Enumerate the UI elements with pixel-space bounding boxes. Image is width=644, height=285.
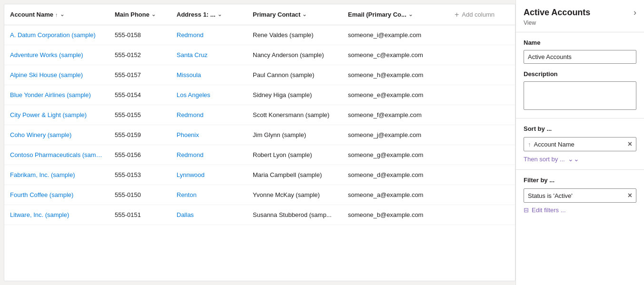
then-sort-label: Then sort by ... xyxy=(524,156,565,163)
cell-account-9[interactable]: Litware, Inc. (sample) xyxy=(4,206,109,223)
cell-phone-7: 555-0153 xyxy=(109,167,171,183)
cell-contact-6: Robert Lyon (sample) xyxy=(247,147,342,163)
table-row[interactable]: Fabrikam, Inc. (sample) 555-0153 Lynnwoo… xyxy=(4,165,515,185)
add-column-button[interactable]: Add column xyxy=(447,6,502,24)
phone-col-chevron-icon xyxy=(151,11,156,18)
sort-remove-button[interactable] xyxy=(628,140,632,148)
filter-funnel-icon: ⊟ xyxy=(524,206,529,214)
column-header-account[interactable]: Account Name xyxy=(4,6,109,23)
sort-field-text: Account Name xyxy=(534,141,625,148)
cell-email-9: someone_b@example.com xyxy=(342,206,447,223)
cell-address-0[interactable]: Redmond xyxy=(171,27,247,43)
cell-phone-9: 555-0151 xyxy=(109,206,171,223)
address-col-chevron-icon xyxy=(218,11,222,18)
cell-email-0: someone_i@example.com xyxy=(342,27,447,43)
table-row[interactable]: Coho Winery (sample) 555-0159 Phoenix Ji… xyxy=(4,125,515,145)
phone-col-label: Main Phone xyxy=(115,11,149,18)
column-header-contact[interactable]: Primary Contact xyxy=(247,6,342,23)
contact-col-label: Primary Contact xyxy=(253,11,300,18)
cell-phone-5: 555-0159 xyxy=(109,127,171,143)
cell-email-8: someone_a@example.com xyxy=(342,187,447,203)
account-name-col-label: Account Name xyxy=(10,11,53,18)
cell-account-3[interactable]: Blue Yonder Airlines (sample) xyxy=(4,87,109,103)
table-row[interactable]: Adventure Works (sample) 555-0152 Santa … xyxy=(4,45,515,65)
cell-address-9[interactable]: Dallas xyxy=(171,206,247,223)
table-row[interactable]: Litware, Inc. (sample) 555-0151 Dallas S… xyxy=(4,205,515,225)
name-input[interactable] xyxy=(524,50,636,64)
description-section: Description xyxy=(516,70,644,118)
cell-account-1[interactable]: Adventure Works (sample) xyxy=(4,47,109,63)
sort-ascending-icon xyxy=(55,12,58,18)
filter-pill: Status is 'Active' xyxy=(524,188,636,203)
cell-contact-4: Scott Konersmann (sample) xyxy=(247,107,342,123)
cell-email-3: someone_e@example.com xyxy=(342,87,447,103)
cell-phone-6: 555-0156 xyxy=(109,147,171,163)
then-sort-button[interactable]: Then sort by ... ⌄ xyxy=(524,155,579,163)
table-row[interactable]: Blue Yonder Airlines (sample) 555-0154 L… xyxy=(4,85,515,105)
cell-account-2[interactable]: Alpine Ski House (sample) xyxy=(4,67,109,83)
contact-col-chevron-icon xyxy=(302,11,307,18)
cell-address-8[interactable]: Renton xyxy=(171,187,247,203)
cell-address-1[interactable]: Santa Cruz xyxy=(171,47,247,63)
cell-email-6: someone_g@example.com xyxy=(342,147,447,163)
column-header-address[interactable]: Address 1: ... xyxy=(171,6,247,23)
column-header-phone[interactable]: Main Phone xyxy=(109,6,171,23)
cell-account-4[interactable]: City Power & Light (sample) xyxy=(4,107,109,123)
panel-close-icon[interactable] xyxy=(634,8,636,18)
filter-by-label: Filter by ... xyxy=(524,177,636,184)
cell-contact-1: Nancy Anderson (sample) xyxy=(247,47,342,63)
cell-address-4[interactable]: Redmond xyxy=(171,107,247,123)
cell-account-5[interactable]: Coho Winery (sample) xyxy=(4,127,109,143)
edit-filters-button[interactable]: ⊟ Edit filters ... xyxy=(524,206,566,214)
edit-filters-label: Edit filters ... xyxy=(532,206,566,214)
accounts-table-area: Account Name Main Phone Address 1: ... P… xyxy=(4,4,515,281)
table-header: Account Name Main Phone Address 1: ... P… xyxy=(4,4,515,25)
table-row[interactable]: A. Datum Corporation (sample) 555-0158 R… xyxy=(4,25,515,45)
cell-email-7: someone_d@example.com xyxy=(342,167,447,183)
cell-phone-1: 555-0152 xyxy=(109,47,171,63)
cell-account-0[interactable]: A. Datum Corporation (sample) xyxy=(4,27,109,43)
cell-account-8[interactable]: Fourth Coffee (sample) xyxy=(4,187,109,203)
cell-email-5: someone_j@example.com xyxy=(342,127,447,143)
email-col-chevron-icon xyxy=(408,11,413,18)
cell-address-3[interactable]: Los Angeles xyxy=(171,87,247,103)
panel-subtitle: View xyxy=(516,20,644,32)
panel-header: Active Accounts xyxy=(516,0,644,20)
sort-pill: Account Name xyxy=(524,137,636,151)
cell-contact-3: Sidney Higa (sample) xyxy=(247,87,342,103)
cell-address-6[interactable]: Redmond xyxy=(171,147,247,163)
table-row[interactable]: Fourth Coffee (sample) 555-0150 Renton Y… xyxy=(4,185,515,205)
panel-title: Active Accounts xyxy=(524,8,590,18)
table-row[interactable]: Alpine Ski House (sample) 555-0157 Misso… xyxy=(4,65,515,85)
column-header-email[interactable]: Email (Primary Co... xyxy=(342,6,447,23)
filter-section: Filter by ... Status is 'Active' ⊟ Edit … xyxy=(516,169,644,220)
filter-remove-button[interactable] xyxy=(628,191,632,200)
cell-address-5[interactable]: Phoenix xyxy=(171,127,247,143)
cell-email-2: someone_h@example.com xyxy=(342,67,447,83)
cell-phone-4: 555-0155 xyxy=(109,107,171,123)
sort-up-icon xyxy=(528,141,531,148)
cell-phone-8: 555-0150 xyxy=(109,187,171,203)
name-section: Name xyxy=(516,32,644,70)
filter-value-text: Status is 'Active' xyxy=(528,192,625,199)
cell-contact-9: Susanna Stubberod (samp... xyxy=(247,206,342,223)
address-col-label: Address 1: ... xyxy=(177,11,216,18)
cell-account-7[interactable]: Fabrikam, Inc. (sample) xyxy=(4,167,109,183)
cell-phone-2: 555-0157 xyxy=(109,67,171,83)
sort-by-label: Sort by ... xyxy=(524,125,636,132)
add-column-label: Add column xyxy=(462,11,495,18)
then-sort-chevron-icon: ⌄ xyxy=(568,155,579,163)
table-body: A. Datum Corporation (sample) 555-0158 R… xyxy=(4,25,515,281)
table-row[interactable]: City Power & Light (sample) 555-0155 Red… xyxy=(4,105,515,125)
cell-address-7[interactable]: Lynnwood xyxy=(171,167,247,183)
description-textarea[interactable] xyxy=(524,81,636,110)
email-col-label: Email (Primary Co... xyxy=(348,11,406,18)
cell-contact-7: Maria Campbell (sample) xyxy=(247,167,342,183)
cell-address-2[interactable]: Missoula xyxy=(171,67,247,83)
cell-contact-5: Jim Glynn (sample) xyxy=(247,127,342,143)
cell-contact-2: Paul Cannon (sample) xyxy=(247,67,342,83)
cell-email-1: someone_c@example.com xyxy=(342,47,447,63)
cell-email-4: someone_f@example.com xyxy=(342,107,447,123)
table-row[interactable]: Contoso Pharmaceuticals (sample) 555-015… xyxy=(4,145,515,165)
cell-account-6[interactable]: Contoso Pharmaceuticals (sample) xyxy=(4,147,109,163)
